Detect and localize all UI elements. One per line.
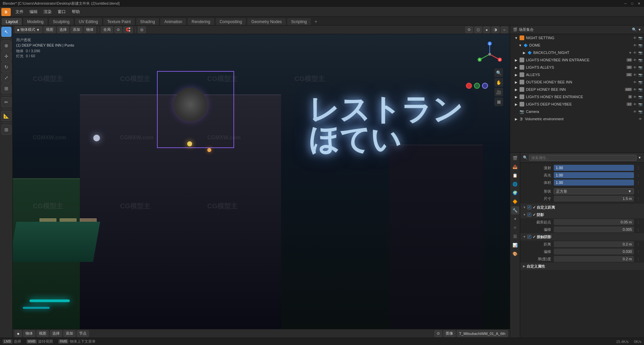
shadow-checkbox[interactable]: ✓: [527, 213, 531, 217]
grid-btn[interactable]: ⊞: [494, 97, 503, 106]
volume-menu-icon[interactable]: ⋮: [637, 181, 640, 185]
shape-dropdown[interactable]: 正方形 ▼: [554, 188, 634, 194]
outliner-item-alleys[interactable]: ▶ ALLEYS 1K 👁 📷: [510, 71, 644, 78]
lights-bee-entrance-render[interactable]: 📷: [638, 95, 643, 99]
cs-thickness-menu-icon[interactable]: ⋮: [637, 257, 640, 261]
outliner-item-backcloth[interactable]: ▶ 🔷 BACKCLOTH_NIGHT ▼ 👁 📷: [510, 49, 644, 56]
custom-props-header[interactable]: ▶ 自定义属性: [520, 263, 644, 270]
clip-start-menu-icon[interactable]: ⋮: [637, 220, 640, 224]
window-controls[interactable]: ─ □ ✕: [623, 1, 641, 6]
alleys-visibility[interactable]: 👁: [633, 73, 637, 77]
shadow-bias-menu-icon[interactable]: ⋮: [637, 228, 640, 231]
lights-alleys-render[interactable]: 📷: [638, 66, 643, 69]
add-menu[interactable]: 添加: [70, 26, 83, 33]
visibility-icon[interactable]: 👁: [633, 36, 637, 40]
size-value[interactable]: 1.5 m: [554, 196, 634, 202]
tab-sculpting[interactable]: Sculpting: [49, 18, 74, 25]
tool-add[interactable]: ⊞: [1, 125, 11, 135]
vp-image-menu[interactable]: 图像: [443, 330, 455, 337]
cs-distance-value[interactable]: 0.2 m: [554, 241, 634, 247]
vp-object-label[interactable]: 物体: [23, 330, 35, 337]
clip-start-value[interactable]: 0.05 m: [554, 219, 634, 225]
prop-scene-icon[interactable]: 🌐: [511, 180, 519, 188]
vp-object-menu[interactable]: ■: [15, 330, 22, 337]
dome-render-icon[interactable]: 📷: [638, 44, 643, 47]
lights-deep-visibility[interactable]: 👁: [633, 102, 637, 106]
viewport-shading-wire[interactable]: ◻: [474, 26, 482, 33]
menu-window[interactable]: 窗口: [55, 8, 68, 16]
tool-rotate[interactable]: ↻: [1, 62, 11, 72]
prop-constraints-icon[interactable]: ⛓: [511, 232, 519, 240]
menu-file[interactable]: 文件: [13, 8, 26, 16]
viewport-shading-material[interactable]: ◑: [491, 26, 499, 33]
lights-alleys-visibility[interactable]: 👁: [633, 66, 637, 69]
lights-bee-entrance-visibility[interactable]: 👁: [633, 95, 637, 99]
close-button[interactable]: ✕: [637, 1, 641, 6]
pivot-btn[interactable]: ⊙: [114, 26, 122, 33]
tool-move[interactable]: ✛: [1, 51, 11, 61]
prop-particles-icon[interactable]: ✦: [511, 215, 519, 223]
tab-rendering[interactable]: Rendering: [187, 18, 214, 25]
viewport[interactable]: ■ 物体模式 ▼ 视图 选择 添加 物体 全局 ⊙ 🧲 ◎ ⊙ ◻ ● ◑ ○: [13, 25, 510, 338]
prop-output-icon[interactable]: 📤: [511, 163, 519, 171]
menu-help[interactable]: 帮助: [69, 8, 83, 16]
dome-visibility-icon[interactable]: 👁: [633, 44, 637, 47]
vp-snap-toggle[interactable]: ⊙: [434, 330, 442, 337]
backcloth-render[interactable]: 📷: [638, 51, 643, 55]
shadow-bias-value[interactable]: 0.005: [554, 226, 634, 232]
tool-measure[interactable]: 📐: [1, 111, 11, 121]
cs-distance-menu-icon[interactable]: ⋮: [637, 243, 640, 246]
tool-annotate[interactable]: ✏: [1, 97, 11, 107]
outliner-item-lights-alleys[interactable]: ▶ LIGHTS ALLEYS 20 👁 📷: [510, 64, 644, 71]
camera-render[interactable]: 📷: [638, 110, 643, 114]
diffuse-value[interactable]: 1.00: [554, 165, 634, 171]
lights-entrance-visibility[interactable]: 👁: [633, 58, 637, 62]
contact-shadow-header[interactable]: ▼ ✓ ✓ 接触阴影: [520, 233, 644, 240]
specular-menu-icon[interactable]: ⋮: [637, 174, 640, 177]
shadow-section-header[interactable]: ▼ ✓ ✓ 阴影: [520, 211, 644, 218]
outside-inn-render[interactable]: 📷: [638, 80, 643, 84]
alleys-render[interactable]: 📷: [638, 73, 643, 77]
transform-x-handle[interactable]: [466, 83, 472, 89]
global-selector[interactable]: 全局: [101, 26, 113, 33]
tab-modeling[interactable]: Modeling: [23, 18, 48, 25]
prop-world-icon[interactable]: 🌍: [511, 189, 519, 197]
vp-select-menu[interactable]: 选择: [50, 330, 62, 337]
outliner-item-deep-inn[interactable]: ▶ DEEP HONEY BEE INN 420 👁 📷: [510, 86, 644, 93]
tool-scale[interactable]: ⤢: [1, 73, 11, 83]
navigate-btn[interactable]: 🔍: [494, 68, 503, 77]
custom-distance-checkbox[interactable]: ✓: [527, 205, 531, 209]
transform-z-handle[interactable]: [482, 83, 488, 89]
outside-inn-visibility[interactable]: 👁: [633, 80, 637, 84]
vp-view-menu[interactable]: 视图: [37, 330, 49, 337]
viewport-content[interactable]: レストランほてい CG模型主 CG模型主 CG模型主 CG模型主: [13, 34, 510, 329]
cs-bias-menu-icon[interactable]: ⋮: [637, 250, 640, 254]
shape-menu-icon[interactable]: ⋮: [637, 190, 640, 193]
pan-btn[interactable]: ✋: [494, 78, 503, 87]
tab-uv-editing[interactable]: UV Editing: [74, 18, 102, 25]
tab-shading[interactable]: Shading: [136, 18, 159, 25]
contact-shadow-checkbox[interactable]: ✓: [527, 235, 531, 239]
proportional-edit-btn[interactable]: ◎: [138, 26, 146, 33]
prop-view-layer-icon[interactable]: 📋: [511, 171, 519, 180]
tab-compositing[interactable]: Compositing: [215, 18, 247, 25]
outliner-item-camera[interactable]: 📷 Camera 👁 📷: [510, 108, 644, 115]
snap-btn[interactable]: 🧲: [123, 26, 133, 33]
props-filter-btn[interactable]: ▼: [638, 156, 641, 159]
vp-texture-label[interactable]: T_MitsubachiWM_01_A_6th: [457, 330, 508, 337]
vp-add-menu[interactable]: 添加: [63, 330, 75, 337]
tab-scripting[interactable]: Scripting: [287, 18, 311, 25]
prop-modifier-icon[interactable]: 🔧: [511, 206, 519, 214]
viewport-gizmo[interactable]: Z X Y 🔍 ✋: [476, 41, 503, 68]
outliner-search-icon[interactable]: 🔍: [632, 27, 637, 32]
prop-physics-icon[interactable]: ⚛: [511, 224, 519, 232]
outliner-item-lights-bee-entrance[interactable]: ▶ LIGHTS HONEY BEE ENTRANCE 9 👁 📷: [510, 93, 644, 100]
viewport-shading-solid[interactable]: ●: [483, 26, 490, 33]
tool-transform[interactable]: ⊞: [1, 83, 11, 93]
tool-select[interactable]: ↖: [1, 27, 11, 37]
transform-y-handle[interactable]: [474, 83, 480, 89]
outliner-filter-btn[interactable]: ▼: [638, 28, 641, 31]
maximize-button[interactable]: □: [630, 1, 635, 6]
add-workspace-button[interactable]: +: [312, 18, 320, 25]
volumetric-visibility[interactable]: 👁: [638, 117, 643, 121]
